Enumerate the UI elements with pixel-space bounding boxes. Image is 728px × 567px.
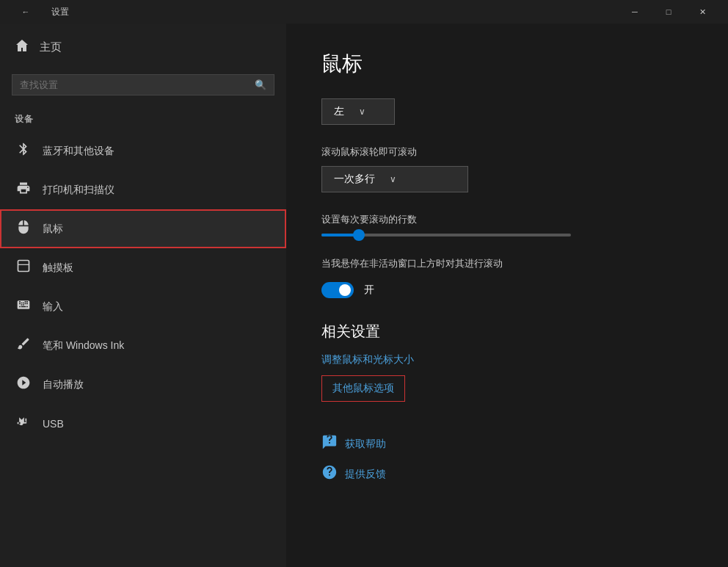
primary-button-dropdown[interactable]: 左 ∨	[321, 98, 395, 125]
scroll-section: 滚动鼠标滚轮即可滚动 一次多行 ∨	[321, 145, 693, 192]
app-body: 主页 🔍 设备 蓝牙和其他设备 打印机和扫描仪 鼠标	[0, 24, 728, 567]
lines-section: 设置每次要滚动的行数	[321, 213, 693, 236]
sidebar-home-label: 主页	[40, 40, 62, 54]
minimize-button[interactable]: ─	[618, 0, 652, 24]
related-title: 相关设置	[321, 322, 693, 342]
sidebar-item-input-label: 输入	[43, 300, 63, 314]
content-area: 鼠标 左 ∨ 滚动鼠标滚轮即可滚动 一次多行 ∨ 设置每次要滚动的行数	[286, 24, 728, 567]
home-icon	[15, 38, 29, 57]
sidebar-item-printer-label: 打印机和扫描仪	[43, 184, 114, 197]
help-item-feedback: 提供反馈	[321, 464, 693, 484]
toggle-state-label: 开	[364, 284, 374, 297]
sidebar-item-printer[interactable]: 打印机和扫描仪	[0, 170, 286, 209]
maximize-button[interactable]: □	[652, 0, 685, 24]
gethelp-label[interactable]: 获取帮助	[345, 438, 386, 451]
sidebar-home-button[interactable]: 主页	[0, 24, 286, 68]
sidebar-item-touchpad[interactable]: 触摸板	[0, 248, 286, 287]
sidebar-item-bluetooth[interactable]: 蓝牙和其他设备	[0, 131, 286, 170]
primary-button-section: 左 ∨	[321, 98, 693, 125]
sidebar-item-touchpad-label: 触摸板	[43, 261, 73, 275]
lines-label: 设置每次要滚动的行数	[321, 213, 693, 226]
title-bar-controls: ─ □ ✕	[618, 0, 719, 24]
search-icon: 🔍	[255, 79, 266, 90]
lines-slider[interactable]	[321, 234, 693, 236]
sidebar-item-usb-label: USB	[43, 418, 64, 430]
svg-rect-0	[18, 261, 29, 272]
sidebar-item-usb[interactable]: USB	[0, 404, 286, 443]
touchpad-icon	[15, 259, 32, 277]
mouse-icon	[15, 220, 32, 238]
primary-button-value: 左	[334, 105, 344, 118]
sidebar-item-autoplay[interactable]: 自动播放	[0, 365, 286, 404]
sidebar-item-mouse[interactable]: 鼠标	[0, 209, 286, 248]
scroll-dropdown[interactable]: 一次多行 ∨	[321, 166, 468, 192]
pen-icon	[15, 336, 32, 355]
adjust-cursor-link[interactable]: 调整鼠标和光标大小	[321, 353, 693, 366]
toggle-knob	[339, 284, 351, 296]
inactive-window-toggle[interactable]	[321, 282, 354, 298]
close-button[interactable]: ✕	[685, 0, 719, 24]
slider-thumb[interactable]	[353, 229, 365, 241]
title-bar: ← 设置 ─ □ ✕	[0, 0, 728, 24]
scroll-label: 滚动鼠标滚轮即可滚动	[321, 145, 693, 159]
search-input[interactable]	[20, 79, 249, 90]
help-item-gethelp: 获取帮助	[321, 434, 693, 454]
sidebar: 主页 🔍 设备 蓝牙和其他设备 打印机和扫描仪 鼠标	[0, 24, 286, 567]
slider-track	[321, 234, 571, 236]
title-bar-title: 设置	[51, 6, 69, 18]
sidebar-item-pen[interactable]: 笔和 Windows Ink	[0, 326, 286, 365]
back-button[interactable]: ←	[9, 0, 43, 24]
scroll-value: 一次多行	[334, 173, 375, 186]
other-mouse-options-link[interactable]: 其他鼠标选项	[321, 375, 405, 402]
sidebar-item-autoplay-label: 自动播放	[43, 378, 84, 391]
usb-icon	[15, 414, 32, 433]
toggle-row: 开	[321, 282, 693, 298]
title-bar-left: ← 设置	[9, 0, 69, 24]
primary-button-arrow-icon: ∨	[359, 106, 365, 117]
inactive-window-section: 当我悬停在非活动窗口上方时对其进行滚动 开	[321, 257, 693, 298]
sidebar-item-pen-label: 笔和 Windows Ink	[43, 339, 124, 353]
help-section: 获取帮助 提供反馈	[321, 434, 693, 484]
scroll-arrow-icon: ∨	[390, 174, 396, 184]
feedback-icon	[321, 464, 338, 484]
sidebar-item-bluetooth-label: 蓝牙和其他设备	[43, 145, 114, 158]
bluetooth-icon	[15, 142, 32, 160]
sidebar-item-input[interactable]: 输入	[0, 287, 286, 326]
related-settings-section: 相关设置 调整鼠标和光标大小 其他鼠标选项	[321, 322, 693, 413]
sidebar-item-mouse-label: 鼠标	[43, 223, 63, 236]
page-title: 鼠标	[321, 50, 693, 78]
feedback-label[interactable]: 提供反馈	[345, 468, 386, 481]
inactive-window-label: 当我悬停在非活动窗口上方时对其进行滚动	[321, 257, 693, 270]
search-box[interactable]: 🔍	[12, 74, 274, 95]
section-label: 设备	[0, 107, 286, 131]
autoplay-icon	[15, 375, 32, 394]
input-icon	[15, 297, 32, 316]
printer-icon	[15, 181, 32, 199]
gethelp-icon	[321, 434, 338, 454]
